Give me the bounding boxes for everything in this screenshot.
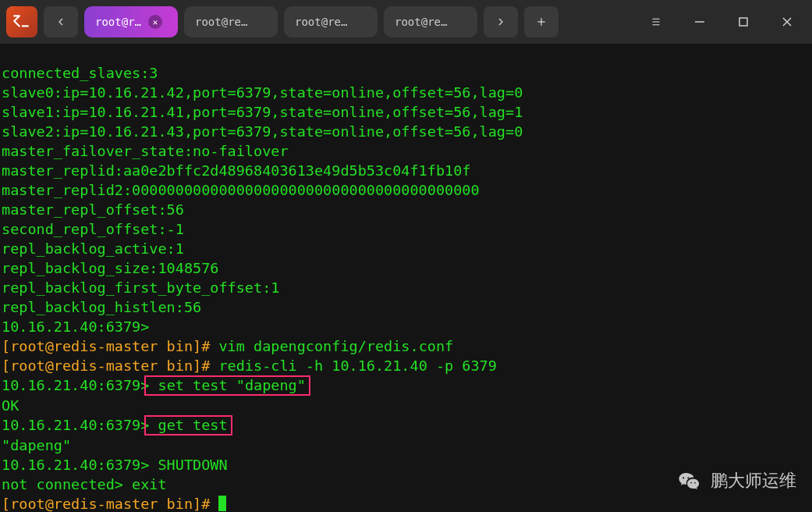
output-line: OK xyxy=(2,397,19,414)
output-line: "dapeng" xyxy=(2,437,71,453)
redis-prompt: 10.16.21.40:6379> xyxy=(2,417,149,433)
highlight-get-command: get test xyxy=(144,415,232,436)
tab-close-icon[interactable]: ✕ xyxy=(148,15,162,29)
minimize-button[interactable] xyxy=(681,6,718,37)
new-tab-button[interactable] xyxy=(524,6,558,37)
tab-label: root@re··· xyxy=(95,16,142,28)
watermark: 鹏大师运维 xyxy=(675,467,796,495)
svg-rect-7 xyxy=(739,18,747,26)
titlebar: root@re··· ✕ root@re··· root@re··· root@… xyxy=(0,0,812,44)
shell-prompt: [root@redis-master bin]# xyxy=(2,338,218,354)
output-line: slave1:ip=10.16.21.41,port=6379,state=on… xyxy=(2,104,523,120)
shell-prompt: [root@redis-master bin]# xyxy=(2,357,218,374)
menu-button[interactable] xyxy=(637,6,675,37)
output-line: repl_backlog_histlen:56 xyxy=(2,299,201,315)
output-line: second_repl_offset:-1 xyxy=(2,221,184,237)
maximize-button[interactable] xyxy=(725,6,762,37)
tab-1[interactable]: root@re··· xyxy=(184,6,278,37)
output-line: slave0:ip=10.16.21.42,port=6379,state=on… xyxy=(2,84,523,101)
watermark-text: 鹏大师运维 xyxy=(711,469,796,492)
close-button[interactable] xyxy=(768,6,806,37)
shell-command: exit xyxy=(132,476,167,492)
tab-3[interactable]: root@re··· xyxy=(384,6,477,37)
shell-command: redis-cli -h 10.16.21.40 -p 6379 xyxy=(218,357,496,374)
output-line: connected_slaves:3 xyxy=(2,65,158,81)
svg-point-11 xyxy=(687,477,689,478)
output-line: repl_backlog_active:1 xyxy=(2,240,184,257)
shell-prompt: [root@redis-master bin]# xyxy=(2,496,218,512)
redis-prompt: not connected> xyxy=(2,476,132,492)
output-line: repl_backlog_first_byte_offset:1 xyxy=(2,279,279,296)
output-line: master_replid:aa0e2bffc2d48968403613e49d… xyxy=(2,162,470,179)
tab-label: root@re··· xyxy=(395,16,452,28)
highlight-set-command: set test "dapeng" xyxy=(144,375,310,396)
redis-prompt: 10.16.21.40:6379> xyxy=(2,457,158,473)
tab-label: root@re··· xyxy=(195,16,253,28)
output-line: slave2:ip=10.16.21.43,port=6379,state=on… xyxy=(2,123,523,140)
output-line: master_failover_state:no-failover xyxy=(2,143,289,159)
tab-0[interactable]: root@re··· ✕ xyxy=(84,6,178,37)
shell-command: vim dapengconfig/redis.conf xyxy=(218,338,453,354)
terminal-output[interactable]: connected_slaves:3 slave0:ip=10.16.21.42… xyxy=(0,44,812,512)
output-line: master_replid2:0000000000000000000000000… xyxy=(2,182,480,198)
output-line: 10.16.21.40:6379> xyxy=(2,318,149,335)
redis-prompt: 10.16.21.40:6379> xyxy=(2,377,149,393)
app-icon[interactable] xyxy=(6,6,37,37)
cursor-icon xyxy=(218,496,226,511)
output-line: master_repl_offset:56 xyxy=(2,201,184,218)
nav-forward-button[interactable] xyxy=(484,6,518,37)
shell-command: SHUTDOWN xyxy=(158,457,227,473)
svg-point-12 xyxy=(690,482,692,484)
nav-back-button[interactable] xyxy=(44,6,78,37)
tab-label: root@re··· xyxy=(295,16,353,28)
svg-point-13 xyxy=(694,482,696,484)
tab-2[interactable]: root@re··· xyxy=(284,6,378,37)
output-line: repl_backlog_size:1048576 xyxy=(2,260,218,276)
wechat-icon xyxy=(675,467,703,495)
svg-point-10 xyxy=(683,477,684,478)
